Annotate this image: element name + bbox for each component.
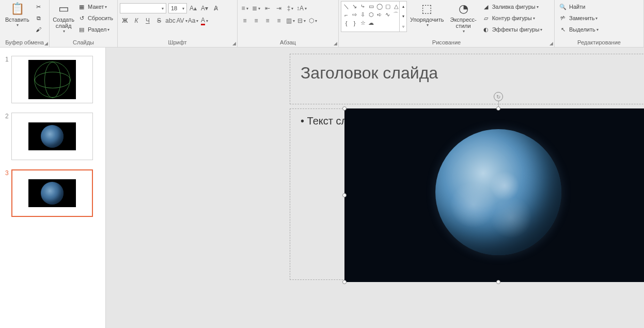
shape-hexagon[interactable]: ⬡ <box>367 11 375 19</box>
shape-arrow-right[interactable]: ⇨ <box>351 11 358 19</box>
shape-brace-l[interactable]: { <box>342 19 350 27</box>
shape-rounded[interactable]: ▢ <box>384 3 391 10</box>
inserted-image[interactable]: ↻ <box>344 108 644 282</box>
bullets-button[interactable]: ≡▾ <box>240 3 250 13</box>
title-placeholder[interactable]: Заголовок слайда <box>290 54 644 104</box>
columns-button[interactable]: ▥▾ <box>285 15 295 26</box>
ribbon: 📋 Вставить ▾ ✂ ⧉ 🖌 Буфер обмена◢ ▭ Созда… <box>0 0 644 48</box>
shape-triangle[interactable]: △ <box>392 3 400 10</box>
arrange-icon: ⬚ <box>421 2 432 15</box>
shape-fill-button[interactable]: ◢Заливка фигуры▾ <box>480 1 545 12</box>
chevron-down-icon: ▾ <box>17 23 19 27</box>
thumbnail-1[interactable]: 1 <box>5 56 100 103</box>
clipboard-icon: 📋 <box>10 2 24 15</box>
font-color-button[interactable]: A▾ <box>199 15 210 26</box>
increase-indent-button[interactable]: ⇥ <box>274 3 284 13</box>
group-paragraph: ≡▾ ≣▾ ⇤ ⇥ ‡▾ ↕A▾ ≡ ≡ ≡ ≡ ▥▾ ⊟▾ ⬡▾ Абзац◢ <box>238 0 339 47</box>
quick-styles-button[interactable]: ◔ Экспресс- стили ▾ <box>447 1 479 35</box>
reset-button[interactable]: ↺Сбросить <box>75 12 115 24</box>
dialog-launcher-icon[interactable]: ◢ <box>334 41 337 46</box>
font-size-combo[interactable]: 18▾ <box>168 3 187 13</box>
shape-oval[interactable]: ◯ <box>375 3 383 10</box>
new-slide-button[interactable]: ▭ Создать слайд ▾ <box>52 1 75 35</box>
dialog-launcher-icon[interactable]: ◢ <box>232 41 236 46</box>
increase-font-button[interactable]: A▴ <box>188 3 198 13</box>
shape-effects-button[interactable]: ◐Эффекты фигуры▾ <box>480 24 545 35</box>
resize-handle-tc[interactable] <box>496 106 500 111</box>
arrange-button[interactable]: ⬚ Упорядочить ▾ <box>407 1 447 28</box>
earth-graphic <box>435 129 561 255</box>
thumbnail-2[interactable]: 2 <box>5 113 100 160</box>
dialog-launcher-icon[interactable]: ◢ <box>549 41 553 46</box>
shape-curve[interactable]: ∿ <box>384 11 391 19</box>
bold-button[interactable]: Ж <box>120 15 130 26</box>
dialog-launcher-icon[interactable]: ◢ <box>44 41 48 46</box>
shape-connector[interactable]: ⤷ <box>359 3 367 10</box>
format-painter-button[interactable]: 🖌 <box>33 24 47 35</box>
gallery-more-icon[interactable]: ▿ <box>400 22 406 32</box>
shape-arrow-down[interactable]: ⇩ <box>359 11 367 19</box>
line-spacing-button[interactable]: ‡▾ <box>285 3 295 13</box>
resize-handle-bc[interactable] <box>496 280 500 284</box>
text-shadow-button[interactable]: abc <box>165 15 176 26</box>
layout-button[interactable]: ▦Макет▾ <box>75 1 115 12</box>
group-slides: ▭ Создать слайд ▾ ▦Макет▾ ↺Сбросить ▤Раз… <box>50 0 118 47</box>
brush-icon: 🖌 <box>35 26 43 33</box>
thumbnail-3[interactable]: 3 <box>5 169 100 217</box>
resize-handle-bl[interactable] <box>342 280 347 284</box>
resize-handle-ml[interactable] <box>342 193 347 197</box>
select-button[interactable]: ↖Выделить▾ <box>557 24 601 35</box>
shape-line-arrow[interactable]: ↘ <box>351 3 358 10</box>
underline-button[interactable]: Ч <box>143 15 153 26</box>
text-direction-button[interactable]: ↕A▾ <box>296 3 307 13</box>
shape-brace-r[interactable]: } <box>351 19 358 27</box>
shape-outline-button[interactable]: ▱Контур фигуры▾ <box>480 12 545 24</box>
shape-arc[interactable]: ⌒ <box>392 11 400 19</box>
font-name-combo[interactable]: ▾ <box>120 3 166 13</box>
italic-button[interactable]: К <box>131 15 142 26</box>
search-icon: 🔍 <box>559 4 567 10</box>
scissors-icon: ✂ <box>35 4 43 10</box>
shape-line[interactable]: ＼ <box>342 3 350 10</box>
justify-button[interactable]: ≡ <box>274 15 284 26</box>
shape-elbow[interactable]: ⌐ <box>342 11 350 19</box>
layout-icon: ▦ <box>77 4 86 10</box>
group-clipboard: 📋 Вставить ▾ ✂ ⧉ 🖌 Буфер обмена◢ <box>0 0 50 47</box>
copy-button[interactable]: ⧉ <box>33 12 47 24</box>
gallery-up-icon[interactable]: ▴ <box>400 2 406 11</box>
smartart-button[interactable]: ⬡▾ <box>308 15 318 26</box>
paste-button[interactable]: 📋 Вставить ▾ <box>2 1 33 28</box>
shape-rect[interactable]: ▭ <box>367 3 375 10</box>
char-spacing-button[interactable]: AV▾ <box>177 15 187 26</box>
change-case-button[interactable]: Aa▾ <box>188 15 198 26</box>
outline-icon: ▱ <box>482 15 490 22</box>
chevron-down-icon: ▾ <box>63 29 65 34</box>
numbering-button[interactable]: ≣▾ <box>251 3 261 13</box>
shape-arrow-block[interactable]: ➪ <box>375 11 383 19</box>
section-button[interactable]: ▤Раздел▾ <box>75 24 115 35</box>
align-right-button[interactable]: ≡ <box>262 15 273 26</box>
shapes-gallery[interactable]: ＼ ↘ ⤷ ▭ ◯ ▢ △ ⌐ ⇨ ⇩ ⬡ ➪ ∿ ⌒ { } ☆ ☁ ▴ <box>341 1 407 32</box>
slide-canvas-area[interactable]: Заголовок слайда • Текст сл ↻ 📋 <box>106 48 644 328</box>
strike-button[interactable]: S <box>154 15 164 26</box>
align-left-button[interactable]: ≡ <box>240 15 250 26</box>
group-editing: 🔍Найти ᵃ⁄ᵇЗаменить▾ ↖Выделить▾ Редактиро… <box>555 0 644 47</box>
cut-button[interactable]: ✂ <box>33 1 47 12</box>
clear-formatting-button[interactable]: A̷ <box>211 3 221 13</box>
rotate-handle[interactable]: ↻ <box>494 92 503 101</box>
shape-cloud[interactable]: ☁ <box>367 19 375 27</box>
resize-handle-tl[interactable] <box>342 106 347 111</box>
replace-button[interactable]: ᵃ⁄ᵇЗаменить▾ <box>557 12 601 24</box>
gallery-down-icon[interactable]: ▾ <box>400 11 406 21</box>
decrease-indent-button[interactable]: ⇤ <box>262 3 273 13</box>
shape-star[interactable]: ☆ <box>359 19 367 27</box>
decrease-font-button[interactable]: A▾ <box>199 3 210 13</box>
current-slide: Заголовок слайда • Текст сл ↻ 📋 <box>136 54 644 328</box>
find-button[interactable]: 🔍Найти <box>557 1 601 12</box>
align-text-button[interactable]: ⊟▾ <box>296 15 307 26</box>
cursor-icon: ↖ <box>559 26 567 33</box>
copy-icon: ⧉ <box>35 15 43 22</box>
group-drawing: ＼ ↘ ⤷ ▭ ◯ ▢ △ ⌐ ⇨ ⇩ ⬡ ➪ ∿ ⌒ { } ☆ ☁ ▴ <box>339 0 555 47</box>
align-center-button[interactable]: ≡ <box>251 15 261 26</box>
fill-icon: ◢ <box>482 4 490 10</box>
